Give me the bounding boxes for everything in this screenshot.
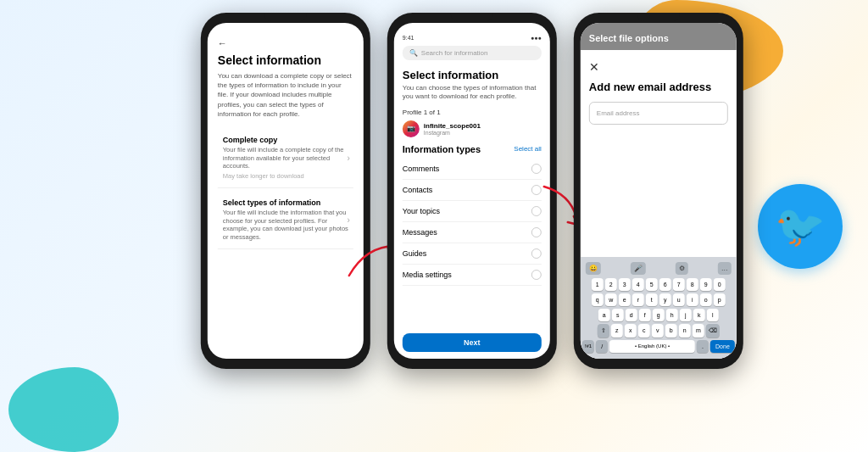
key-1[interactable]: 1	[592, 278, 604, 291]
phone-1-content: ← Select information You can download a …	[208, 23, 364, 258]
keyboard-qwerty-row: q w e r t y u i o p	[582, 293, 735, 306]
key-4[interactable]: 4	[632, 278, 644, 291]
key-c[interactable]: c	[638, 324, 650, 338]
key-t[interactable]: t	[646, 293, 658, 306]
key-6[interactable]: 6	[659, 278, 671, 291]
search-placeholder: Search for information	[421, 49, 488, 57]
status-icons: ●●●	[531, 35, 542, 41]
select-all-button[interactable]: Select all	[514, 145, 541, 153]
info-item-messages[interactable]: Messages	[403, 222, 542, 243]
next-button[interactable]: Next	[403, 333, 542, 352]
info-item-guides[interactable]: Guides	[403, 243, 542, 265]
key-f[interactable]: f	[639, 309, 651, 321]
period-key[interactable]: .	[697, 340, 709, 353]
info-types-label: Information types	[403, 144, 481, 154]
info-item-contacts[interactable]: Contacts	[403, 180, 542, 201]
phone-notch-3	[637, 13, 680, 21]
phone-3-top-title: Select file options	[589, 33, 669, 43]
keyboard-toolbar: 😀 🎤 ⚙ …	[582, 260, 735, 276]
key-a[interactable]: a	[598, 309, 610, 321]
key-d[interactable]: d	[626, 309, 637, 321]
key-l[interactable]: l	[707, 309, 719, 321]
radio-media[interactable]	[531, 270, 542, 280]
twitter-logo-circle: 🐦	[758, 184, 843, 269]
key-o[interactable]: o	[700, 293, 712, 306]
done-key[interactable]: Done	[710, 340, 735, 353]
radio-guides[interactable]	[531, 248, 542, 259]
shift-key[interactable]: ⇧	[598, 324, 609, 338]
info-item-media-label: Media settings	[403, 271, 452, 279]
more-key[interactable]: …	[718, 262, 732, 275]
keyboard: 😀 🎤 ⚙ … 1 2 3 4 5 6 7 8	[581, 257, 737, 359]
key-u[interactable]: u	[673, 293, 685, 306]
key-9[interactable]: 9	[700, 278, 712, 291]
key-z[interactable]: z	[611, 324, 623, 338]
search-icon: 🔍	[409, 49, 418, 57]
status-time: 9:41	[403, 35, 415, 41]
sticker-key[interactable]: 🎤	[631, 262, 646, 275]
close-button[interactable]: ✕	[589, 60, 728, 74]
profile-avatar: 📷	[403, 120, 420, 137]
modal-title: Add new email address	[589, 81, 728, 93]
slash-key[interactable]: /	[596, 340, 608, 353]
key-0[interactable]: 0	[714, 278, 726, 291]
select-types-chevron: ›	[347, 215, 349, 225]
info-item-comments[interactable]: Comments	[403, 159, 542, 180]
complete-copy-title: Complete copy	[223, 136, 348, 144]
complete-copy-chevron: ›	[347, 153, 349, 163]
key-b[interactable]: b	[665, 324, 677, 338]
key-s[interactable]: s	[612, 309, 624, 321]
bg-blob-teal	[8, 367, 119, 452]
email-input[interactable]: Email address	[589, 102, 728, 125]
key-e[interactable]: e	[619, 293, 631, 306]
key-p[interactable]: p	[714, 293, 726, 306]
select-types-option[interactable]: Select types of information Your file wi…	[218, 192, 353, 249]
settings-key[interactable]: ⚙	[676, 262, 688, 275]
phone-1: ← Select information You can download a …	[201, 13, 370, 369]
key-i[interactable]: i	[687, 293, 698, 306]
key-y[interactable]: y	[659, 293, 671, 306]
key-g[interactable]: g	[653, 309, 665, 321]
info-item-media[interactable]: Media settings	[403, 265, 542, 286]
phone-1-screen: ← Select information You can download a …	[208, 23, 364, 359]
key-x[interactable]: x	[625, 324, 637, 338]
key-w[interactable]: w	[605, 293, 617, 306]
key-j[interactable]: j	[680, 309, 692, 321]
key-v[interactable]: v	[652, 324, 664, 338]
phone-1-back-button[interactable]: ←	[218, 38, 353, 48]
space-key[interactable]: • English (UK) •	[609, 340, 695, 353]
phone-notch-1	[264, 13, 307, 21]
phone-2-title: Select information	[403, 69, 542, 81]
backspace-key[interactable]: ⌫	[706, 324, 720, 338]
radio-comments[interactable]	[531, 164, 542, 174]
phone-2-description: You can choose the types of information …	[403, 84, 542, 102]
profile-row[interactable]: 📷 infinite_scope001 Instagram	[403, 120, 542, 137]
key-7[interactable]: 7	[673, 278, 685, 291]
key-n[interactable]: n	[679, 324, 691, 338]
key-q[interactable]: q	[592, 293, 604, 306]
key-m[interactable]: m	[693, 324, 704, 338]
key-r[interactable]: r	[632, 293, 644, 306]
key-k[interactable]: k	[693, 309, 705, 321]
info-item-topics[interactable]: Your topics	[403, 201, 542, 222]
phone-1-title: Select information	[218, 53, 353, 67]
key-3[interactable]: 3	[619, 278, 631, 291]
radio-messages[interactable]	[531, 227, 542, 237]
phone-2: 9:41 ●●● 🔍 Search for information Select…	[387, 13, 557, 369]
radio-topics[interactable]	[531, 206, 542, 216]
complete-copy-option[interactable]: Complete copy Your file will include a c…	[218, 129, 353, 188]
numbers-key[interactable]: !#1	[582, 340, 594, 353]
key-5[interactable]: 5	[646, 278, 658, 291]
keyboard-zxcv-row: ⇧ z x c v b n m ⌫	[582, 324, 735, 338]
key-2[interactable]: 2	[605, 278, 617, 291]
info-item-contacts-label: Contacts	[403, 186, 433, 194]
key-8[interactable]: 8	[687, 278, 698, 291]
emoji-key[interactable]: 😀	[586, 262, 601, 275]
profile-label: Profile 1 of 1	[403, 109, 542, 116]
phone-notch-2	[451, 13, 493, 21]
profile-platform: Instagram	[424, 130, 481, 136]
key-h[interactable]: h	[666, 309, 678, 321]
keyboard-asdf-row: a s d f g h j k l	[582, 309, 735, 321]
search-bar[interactable]: 🔍 Search for information	[403, 46, 542, 60]
radio-contacts[interactable]	[531, 185, 542, 195]
